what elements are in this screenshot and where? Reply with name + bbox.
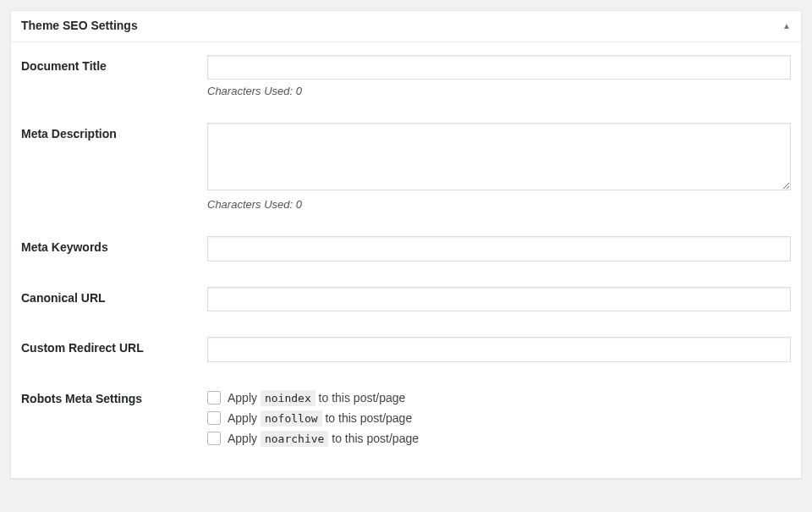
meta-description-label: Meta Description <box>21 110 207 223</box>
nofollow-code: nofollow <box>261 410 322 427</box>
document-title-label: Document Title <box>21 42 207 111</box>
noarchive-label[interactable]: Apply noarchive to this post/page <box>228 432 419 445</box>
noarchive-code: noarchive <box>261 431 328 447</box>
robots-meta-label: Robots Meta Settings <box>21 375 207 461</box>
document-title-input[interactable] <box>207 55 791 80</box>
redirect-url-input[interactable] <box>207 337 791 362</box>
redirect-url-label: Custom Redirect URL <box>21 324 207 375</box>
metabox-header[interactable]: Theme SEO Settings ▲ <box>11 11 801 42</box>
collapse-toggle-icon[interactable]: ▲ <box>782 21 791 30</box>
document-title-counter: Characters Used: 0 <box>207 85 791 97</box>
metabox-body: Document Title Characters Used: 0 Meta D… <box>11 42 801 478</box>
nofollow-checkbox[interactable] <box>207 411 221 425</box>
noindex-label[interactable]: Apply noindex to this post/page <box>228 391 405 405</box>
seo-settings-metabox: Theme SEO Settings ▲ Document Title Char… <box>10 10 802 479</box>
counter-value: 0 <box>296 85 302 97</box>
meta-keywords-label: Meta Keywords <box>21 223 207 274</box>
counter-prefix: Characters Used: <box>207 85 296 97</box>
canonical-url-label: Canonical URL <box>21 274 207 325</box>
noarchive-checkbox[interactable] <box>207 432 221 445</box>
noindex-checkbox[interactable] <box>207 391 221 405</box>
counter-prefix: Characters Used: <box>207 198 296 211</box>
meta-description-counter: Characters Used: 0 <box>207 198 791 211</box>
meta-description-input[interactable] <box>207 123 791 190</box>
robots-noindex-row: Apply noindex to this post/page <box>207 388 791 408</box>
robots-nofollow-row: Apply nofollow to this post/page <box>207 408 791 428</box>
meta-keywords-input[interactable] <box>207 236 791 262</box>
metabox-title: Theme SEO Settings <box>21 18 138 35</box>
nofollow-label[interactable]: Apply nofollow to this post/page <box>228 411 412 425</box>
noindex-code: noindex <box>261 390 315 406</box>
counter-value: 0 <box>296 198 302 211</box>
canonical-url-input[interactable] <box>207 287 791 312</box>
robots-noarchive-row: Apply noarchive to this post/page <box>207 428 791 449</box>
